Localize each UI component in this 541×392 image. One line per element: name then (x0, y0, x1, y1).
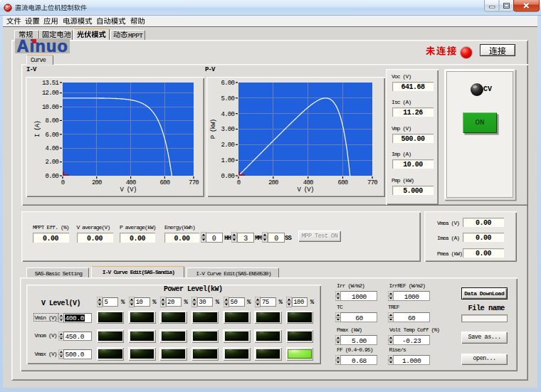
svg-text:P (kW): P (kW) (210, 120, 217, 139)
svg-text:2.00: 2.00 (46, 159, 59, 166)
svg-text:600: 600 (338, 179, 348, 186)
svg-text:0.00: 0.00 (46, 173, 59, 180)
svg-text:0: 0 (61, 179, 65, 186)
svg-text:600: 600 (159, 179, 169, 186)
svg-text:10.00: 10.00 (42, 104, 58, 111)
svg-text:V (V): V (V) (297, 186, 313, 194)
svg-text:13.51: 13.51 (42, 80, 58, 87)
svg-text:0.00: 0.00 (221, 173, 235, 180)
svg-text:V (V): V (V) (120, 186, 136, 194)
svg-text:3.00: 3.00 (221, 126, 235, 133)
svg-text:400: 400 (303, 179, 313, 186)
svg-text:6.00: 6.00 (46, 132, 59, 139)
svg-text:2.00: 2.00 (221, 142, 235, 149)
svg-text:4.00: 4.00 (221, 111, 235, 118)
svg-text:I (A): I (A) (34, 121, 41, 137)
svg-text:1.00: 1.00 (221, 157, 235, 164)
svg-text:770: 770 (189, 179, 199, 186)
svg-text:400: 400 (126, 179, 136, 186)
svg-text:200: 200 (268, 179, 278, 186)
svg-text:0: 0 (237, 179, 241, 186)
svg-text:8.00: 8.00 (46, 117, 59, 125)
svg-text:12.00: 12.00 (42, 90, 58, 97)
svg-text:200: 200 (92, 179, 102, 186)
svg-text:770: 770 (367, 179, 377, 186)
svg-text:4.00: 4.00 (46, 145, 59, 152)
svg-text:6.00: 6.00 (221, 80, 235, 87)
svg-text:5.00: 5.00 (221, 95, 235, 102)
